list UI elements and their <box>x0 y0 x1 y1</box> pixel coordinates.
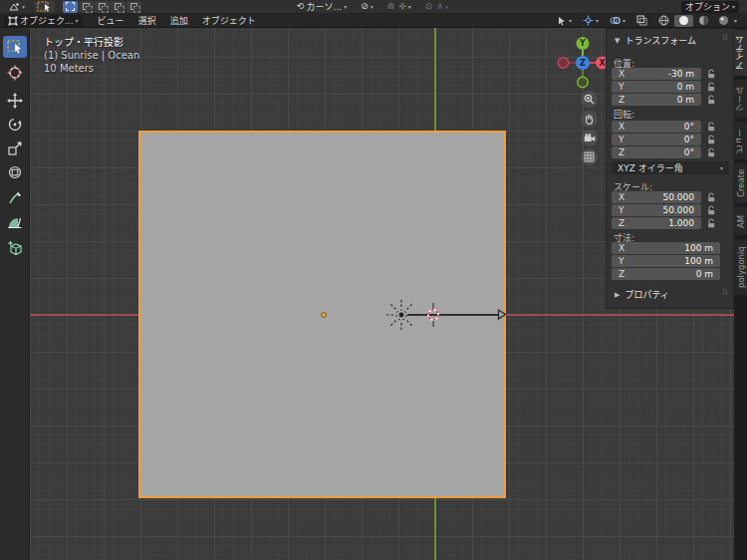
options-dropdown[interactable]: オプション ▾ <box>681 1 739 13</box>
menu-add[interactable]: 追加 <box>163 14 195 27</box>
lock-location-z-button[interactable] <box>707 95 716 105</box>
rotation-y-row: Y 0° <box>612 134 716 145</box>
dimensions-x-row: X 100 m <box>612 242 720 254</box>
dimensions-x-field[interactable]: X 100 m <box>612 242 720 254</box>
mode-dropdown[interactable]: オブジェク... ▾ <box>4 15 83 27</box>
lock-location-x-button[interactable] <box>707 69 716 79</box>
editor-type-dropdown[interactable]: ▾ <box>4 1 29 13</box>
camera-view-button[interactable] <box>581 130 598 146</box>
sidebar-tab-am[interactable]: AM <box>734 207 747 235</box>
location-z-row: Z 0 m <box>612 94 716 106</box>
dimensions-z-field[interactable]: Z 0 m <box>612 268 720 280</box>
zoom-button[interactable] <box>581 91 598 108</box>
gizmo-y-neg-axis[interactable] <box>578 77 588 87</box>
shading-material-icon <box>698 15 709 26</box>
transform-panel-header[interactable]: ▼ トランスフォーム <box>615 34 696 47</box>
sidebar-tab-view[interactable]: ビュー <box>734 122 747 159</box>
panel-drag-dots-icon[interactable]: ⠿ <box>722 288 728 297</box>
rotation-z-row: Z 0° <box>612 146 716 158</box>
lock-rotation-z-button[interactable] <box>707 147 716 157</box>
menu-select[interactable]: 選択 <box>131 14 163 27</box>
ortho-grid-button[interactable] <box>581 148 598 165</box>
sidebar-tab-polygoniq[interactable]: polygoniq <box>734 239 747 295</box>
tool-settings-bar: ▾ ⟲ カーソ... ▾ ⊘ ▾ ⋒ ⊹ ▾ ⊙ ∧ ▾ オプション ▾ <box>0 0 747 14</box>
rotation-z-field[interactable]: Z 0° <box>612 146 701 158</box>
menu-object[interactable]: オブジェクト <box>195 14 263 27</box>
chevron-down-icon: ▾ <box>76 18 79 24</box>
chevron-down-icon: ▾ <box>622 18 625 24</box>
lock-rotation-y-button[interactable] <box>707 135 716 144</box>
location-y-row: Y 0 m <box>612 81 716 93</box>
camera-view-icon <box>584 134 596 143</box>
shading-wireframe-button[interactable] <box>654 15 673 27</box>
object-mode-icon <box>8 16 18 26</box>
shading-solid-button[interactable] <box>674 15 693 27</box>
sidebar-tab-strip: アイテム ツール ビュー Create AM polygoniq <box>734 28 747 560</box>
tool-transform[interactable] <box>3 161 27 183</box>
object-origin-dot[interactable] <box>321 312 327 318</box>
select-mode-group <box>63 1 141 13</box>
lock-location-y-button[interactable] <box>707 82 716 92</box>
sidebar-tab-item[interactable]: アイテム <box>734 30 747 76</box>
panel-drag-dots-icon[interactable]: ⠿ <box>722 34 728 43</box>
unlock-icon <box>707 205 716 215</box>
select-mode-subtract-button[interactable] <box>95 1 110 13</box>
lock-scale-x-button[interactable] <box>707 192 716 202</box>
xray-toggle[interactable] <box>632 15 651 27</box>
location-y-field[interactable]: Y 0 m <box>612 81 701 93</box>
dimensions-y-field[interactable]: Y 100 m <box>612 255 720 267</box>
shading-rendered-button[interactable] <box>714 15 733 27</box>
overlays-dropdown[interactable]: ▾ <box>606 15 629 27</box>
lock-rotation-x-button[interactable] <box>707 122 716 132</box>
collapse-triangle-icon: ▼ <box>615 37 620 45</box>
lock-scale-z-button[interactable] <box>707 218 716 228</box>
tool-scale[interactable] <box>3 138 27 159</box>
axis-value: -30 m <box>668 69 694 79</box>
tool-add-cube[interactable] <box>3 237 27 259</box>
tool-box-select[interactable] <box>3 36 27 58</box>
active-tool-button[interactable] <box>35 1 55 13</box>
shading-material-button[interactable] <box>694 15 713 27</box>
snapping-controls[interactable]: ⋒ ⊹ ▾ <box>383 1 415 13</box>
scale-y-row: Y 50.000 <box>612 204 716 216</box>
rotation-mode-dropdown[interactable]: XYZ オイラー角 ▾ <box>612 161 729 174</box>
axis-value: 0° <box>684 122 694 132</box>
snap-target-icon: ⊹ <box>398 2 406 11</box>
select-mode-set-button[interactable] <box>63 1 78 13</box>
location-x-field[interactable]: X -30 m <box>612 68 701 80</box>
axis-value: 100 m <box>684 256 713 266</box>
tool-move[interactable] <box>3 90 27 112</box>
rotation-y-field[interactable]: Y 0° <box>612 134 701 145</box>
menu-view[interactable]: ビュー <box>91 14 131 27</box>
3d-cursor[interactable] <box>420 302 446 328</box>
scale-x-field[interactable]: X 50.000 <box>612 191 701 203</box>
proportional-edit-controls[interactable]: ⊙ ∧ ▾ <box>421 1 452 13</box>
lock-scale-y-button[interactable] <box>707 205 716 215</box>
location-z-field[interactable]: Z 0 m <box>612 94 701 106</box>
scale-z-field[interactable]: Z 1.000 <box>612 217 701 229</box>
select-mode-extend-button[interactable] <box>79 1 94 13</box>
tool-rotate[interactable] <box>3 114 27 136</box>
selectability-dropdown[interactable]: ▾ <box>553 15 576 27</box>
orientation-label: カーソ... <box>307 0 343 13</box>
tool-measure[interactable] <box>3 211 27 233</box>
navigation-gizmo[interactable]: Y X Z <box>556 36 610 92</box>
scale-y-field[interactable]: Y 50.000 <box>612 204 701 216</box>
chevron-down-icon: ▾ <box>734 18 737 24</box>
select-mode-intersect-button[interactable] <box>126 1 141 13</box>
tool-annotate[interactable] <box>3 187 27 209</box>
tool-cursor[interactable] <box>3 62 27 84</box>
viewport-overlay-text: トップ・平行投影 (1) Sunrise | Ocean 10 Meters <box>44 36 139 75</box>
rotation-x-field[interactable]: X 0° <box>612 121 701 133</box>
gizmos-dropdown[interactable]: ▾ <box>579 15 603 27</box>
select-mode-invert-button[interactable] <box>111 1 125 13</box>
pan-button[interactable] <box>581 111 598 128</box>
pivot-point-dropdown[interactable]: ⊘ ▾ <box>357 1 377 13</box>
select-invert-icon <box>115 3 122 10</box>
transform-orientation-dropdown[interactable]: ⟲ カーソ... ▾ <box>293 1 351 13</box>
sidebar-tab-tool[interactable]: ツール <box>734 80 747 118</box>
location-x-row: X -30 m <box>612 68 716 80</box>
gizmo-x-neg-axis[interactable] <box>558 58 568 68</box>
sidebar-tab-create[interactable]: Create <box>734 163 747 203</box>
properties-panel-header[interactable]: ▶ プロパティ <box>615 288 669 301</box>
